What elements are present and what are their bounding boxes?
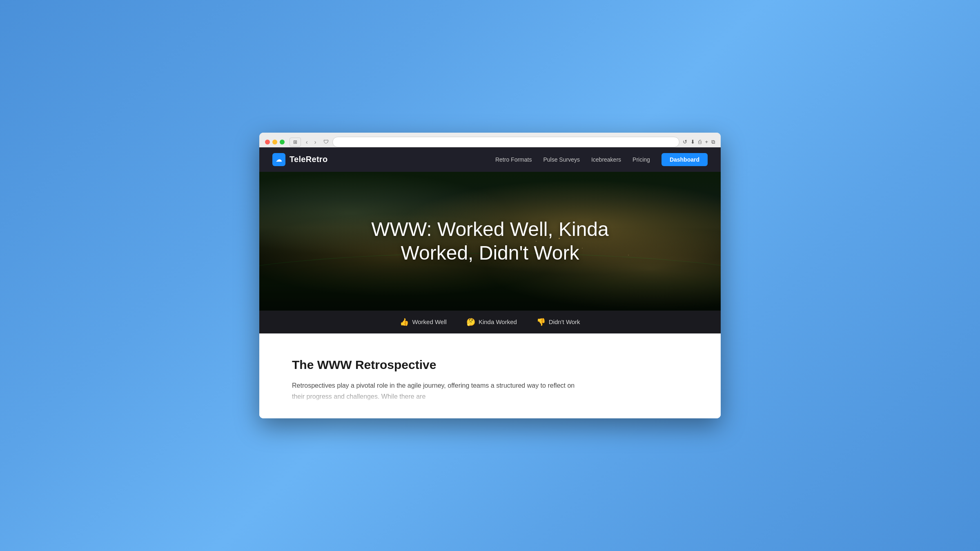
thumbs-down-icon: 👎 [537, 318, 546, 327]
tab-layout-button[interactable]: ⊞ [290, 138, 301, 147]
security-icon: 🛡 [323, 139, 329, 145]
nav-pricing[interactable]: Pricing [633, 156, 650, 163]
tab-didnt-work-label: Didn't Work [549, 318, 580, 325]
hero-title: WWW: Worked Well, Kinda Worked, Didn't W… [371, 218, 608, 264]
thinking-icon: 🤔 [466, 318, 475, 327]
browser-titlebar: ⊞ ‹ › 🛡 ↺ ⬇ ⎙ + ⧉ [265, 137, 715, 147]
logo-icon: ☁ [272, 153, 285, 166]
browser-chrome: ⊞ ‹ › 🛡 ↺ ⬇ ⎙ + ⧉ [259, 133, 721, 147]
section-text-container: Retrospectives play a pivotal role in th… [292, 380, 688, 402]
logo-text: TeleRetro [290, 155, 327, 164]
browser-actions: ⬇ ⎙ + ⧉ [690, 139, 715, 145]
section-paragraph: Retrospectives play a pivotal role in th… [292, 380, 578, 402]
tab-worked-well[interactable]: 👍 Worked Well [400, 318, 446, 327]
website: ☁ TeleRetro Retro Formats Pulse Surveys … [259, 147, 721, 418]
new-tab-button[interactable]: + [705, 139, 708, 145]
close-button[interactable] [265, 140, 270, 144]
traffic-lights [265, 140, 285, 144]
nav-links: Retro Formats Pulse Surveys Icebreakers … [495, 153, 708, 166]
hero-title-line1: WWW: Worked Well, Kinda [371, 218, 608, 240]
logo[interactable]: ☁ TeleRetro [272, 153, 327, 166]
reload-button[interactable]: ↺ [683, 139, 687, 145]
dashboard-button[interactable]: Dashboard [662, 153, 708, 166]
content-section: The WWW Retrospective Retrospectives pla… [259, 333, 721, 418]
nav-pulse-surveys[interactable]: Pulse Surveys [543, 156, 579, 163]
hero-content: WWW: Worked Well, Kinda Worked, Didn't W… [371, 218, 608, 264]
share-button[interactable]: ⎙ [698, 139, 702, 145]
minimize-button[interactable] [272, 140, 277, 144]
nav-retro-formats[interactable]: Retro Formats [495, 156, 532, 163]
tab-stack-button[interactable]: ⧉ [711, 139, 715, 145]
download-button[interactable]: ⬇ [690, 139, 695, 145]
nav-icebreakers[interactable]: Icebreakers [591, 156, 621, 163]
hero-title-line2: Worked, Didn't Work [401, 242, 579, 264]
thumbs-up-icon: 👍 [400, 318, 409, 327]
tab-kinda-worked-label: Kinda Worked [479, 318, 517, 325]
hero-section: WWW: Worked Well, Kinda Worked, Didn't W… [259, 172, 721, 311]
tab-didnt-work[interactable]: 👎 Didn't Work [537, 318, 580, 327]
tab-section: 👍 Worked Well 🤔 Kinda Worked 👎 Didn't Wo… [259, 311, 721, 333]
address-bar[interactable] [332, 137, 679, 147]
browser-window: ⊞ ‹ › 🛡 ↺ ⬇ ⎙ + ⧉ ☁ TeleRetro [259, 133, 721, 418]
browser-controls: ⊞ ‹ › [290, 138, 318, 147]
section-title: The WWW Retrospective [292, 358, 688, 372]
tab-worked-well-label: Worked Well [412, 318, 446, 325]
browser-toolbar: 🛡 ↺ ⬇ ⎙ + ⧉ [323, 137, 715, 147]
maximize-button[interactable] [280, 140, 285, 144]
back-button[interactable]: ‹ [304, 138, 310, 146]
forward-button[interactable]: › [313, 138, 318, 146]
tab-kinda-worked[interactable]: 🤔 Kinda Worked [466, 318, 517, 327]
navbar: ☁ TeleRetro Retro Formats Pulse Surveys … [259, 147, 721, 172]
